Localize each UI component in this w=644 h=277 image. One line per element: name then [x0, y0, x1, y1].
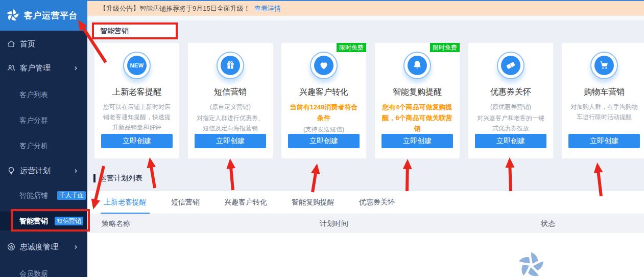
sidebar-item-home[interactable]: 首页: [0, 36, 87, 52]
new-badge-text: NEW: [130, 62, 144, 68]
card-highlight: 您有4个商品可做复购提醒，6个商品可做关联营销: [381, 102, 454, 134]
card-title: 上新老客提醒: [94, 87, 179, 98]
card-highlight: 当前有1249消费者符合条件: [288, 102, 360, 123]
gift-icon: [217, 52, 244, 79]
ticket-icon: [497, 52, 524, 79]
sidebar-item-customer-groups[interactable]: 客户分群: [19, 114, 48, 126]
card-subtitle: (原自定义营销): [194, 102, 267, 112]
plan-list-section-header: 运营计划列表: [93, 174, 142, 183]
sidebar-item-customer-list[interactable]: 客户列表: [19, 89, 48, 100]
sidebar-item-smart-marketing[interactable]: 智能营销 短信营销: [0, 212, 87, 230]
bulb-icon: [7, 166, 16, 175]
bell-icon: [403, 52, 431, 79]
create-now-button[interactable]: 立即创建: [195, 134, 266, 148]
card-subtitle: (原优惠券营销): [474, 102, 547, 112]
plan-table-header: 策略名称 计划时间 状态: [87, 214, 644, 233]
card-description: 对加购人群，在手淘购物车进行限时活动提醒: [568, 102, 640, 122]
sidebar-item-member-data[interactable]: 会员数据: [19, 268, 48, 277]
app-logo-header: 客户运营平台: [0, 0, 87, 31]
page-title: 智能营销: [100, 27, 129, 36]
heart-icon: [310, 52, 338, 79]
sidebar-item-loyalty-management[interactable]: 忠诚度管理: [0, 239, 87, 255]
plan-list-panel: 上新老客提醒 短信营销 兴趣客户转化 智能复购提醒 优惠券关怀 策略名称 计划时…: [87, 191, 644, 277]
create-now-button[interactable]: 立即创建: [475, 134, 546, 148]
column-status: 状态: [541, 214, 555, 233]
sidebar-item-label: 会员数据: [19, 269, 48, 277]
sidebar-item-label: 智能营销: [19, 217, 48, 226]
sidebar-item-badge: 千人千面: [57, 191, 86, 200]
marketing-cards-row: NEW 上新老客提醒 您可以在店铺上新时对店铺老客通知提醒，快速提升新品销量和好…: [94, 43, 644, 158]
star-circle-icon: [7, 242, 16, 251]
create-now-button[interactable]: 立即创建: [381, 134, 453, 148]
tab-coupon-care[interactable]: 优惠券关怀: [356, 191, 398, 214]
tab-sms-marketing[interactable]: 短信营销: [168, 191, 203, 214]
sidebar-item-label: 客户分群: [19, 116, 48, 124]
tab-repurchase-reminder[interactable]: 智能复购提醒: [289, 191, 338, 214]
sidebar-item-operation-plan[interactable]: 运营计划: [0, 163, 87, 179]
sidebar-item-smart-shop[interactable]: 智能店铺 千人千面: [19, 190, 86, 201]
create-now-button[interactable]: 立即创建: [568, 134, 640, 148]
sidebar: 客户运营平台 首页 客户管理 客户列表 客户分群 客户分析 运营计划 智能店铺 …: [0, 0, 87, 277]
chevron-right-icon: [73, 65, 79, 72]
card-title: 兴趣客户转化: [281, 87, 366, 98]
column-strategy-name: 策略名称: [102, 214, 130, 233]
create-now-button[interactable]: 立即创建: [288, 134, 360, 148]
sidebar-item-label: 首页: [20, 39, 35, 49]
users-icon: [7, 63, 16, 73]
page-title-annotation-box: 智能营销: [92, 22, 178, 39]
sidebar-item-label: 客户管理: [20, 63, 51, 73]
card-title: 智能复购提醒: [375, 87, 460, 98]
card-description: 对指定人群进行优惠券、短信及定向海报营销: [194, 113, 267, 133]
plan-tabs: 上新老客提醒 短信营销 兴趣客户转化 智能复购提醒 优惠券关怀: [87, 191, 644, 214]
sidebar-item-label: 智能店铺: [19, 191, 48, 199]
card-cart-marketing: 购物车营销 对加购人群，在手淘购物车进行限时活动提醒 立即创建: [562, 43, 644, 158]
sidebar-item-label: 运营计划: [20, 166, 51, 176]
loading-spinner: [516, 250, 546, 277]
tab-interest-customer-conversion[interactable]: 兴趣客户转化: [221, 191, 270, 214]
sidebar-item-label: 忠诚度管理: [20, 242, 58, 252]
main-content: 【升级公告】智能店铺推荐将于9月15日全面升级！ 查看详情 智能营销 NEW 上…: [87, 0, 644, 277]
notice-detail-link[interactable]: 查看详情: [254, 4, 281, 13]
section-title: 运营计划列表: [100, 174, 142, 183]
new-badge-icon: NEW: [123, 52, 151, 79]
card-sms-marketing: 短信营销 (原自定义营销) 对指定人群进行优惠券、短信及定向海报营销 立即创建: [188, 43, 273, 158]
card-title: 短信营销: [188, 87, 273, 98]
chevron-right-icon: [73, 168, 79, 174]
create-now-button[interactable]: 立即创建: [101, 134, 173, 148]
card-description: 对兴趣客户和老客的一键式优惠券投放: [474, 113, 547, 133]
sidebar-item-customer-analysis[interactable]: 客户分析: [19, 140, 48, 151]
section-accent-bar: [93, 174, 96, 182]
pinwheel-logo-icon: [6, 8, 20, 22]
card-coupon-care: 优惠券关怀 (原优惠券营销) 对兴趣客户和老客的一键式优惠券投放 立即创建: [468, 43, 553, 158]
notice-text: 【升级公告】智能店铺推荐将于9月15日全面升级！: [100, 4, 250, 13]
sidebar-item-customer-management[interactable]: 客户管理: [0, 60, 87, 76]
column-plan-time: 计划时间: [320, 214, 348, 233]
free-ribbon: 限时免费: [337, 43, 366, 52]
card-description: 您可以在店铺上新时对店铺老客通知提醒，快速提升新品销量和好评: [101, 102, 173, 132]
tab-new-arrival-reminder[interactable]: 上新老客提醒: [101, 191, 150, 214]
card-title: 优惠券关怀: [468, 87, 553, 98]
home-icon: [7, 39, 16, 49]
sidebar-item-label: 客户分析: [19, 142, 48, 150]
chevron-right-icon: [73, 244, 79, 250]
upgrade-notice-bar: 【升级公告】智能店铺推荐将于9月15日全面升级！ 查看详情: [87, 0, 644, 16]
sidebar-item-badge: 短信营销: [55, 217, 83, 225]
card-title: 购物车营销: [562, 87, 644, 98]
card-description: (支持发送短信): [288, 124, 360, 134]
card-repurchase-reminder: 限时免费 智能复购提醒 您有4个商品可做复购提醒，6个商品可做关联营销 立即创建: [375, 43, 460, 158]
free-ribbon: 限时免费: [430, 43, 460, 52]
sidebar-item-label: 客户列表: [19, 90, 48, 99]
notice-bottom-strip: [87, 16, 644, 20]
card-interest-customer-conversion: 限时免费 兴趣客户转化 当前有1249消费者符合条件 (支持发送短信) 立即创建: [281, 43, 366, 158]
cart-icon: [590, 52, 618, 79]
app-title: 客户运营平台: [24, 10, 78, 21]
card-new-arrival-reminder: NEW 上新老客提醒 您可以在店铺上新时对店铺老客通知提醒，快速提升新品销量和好…: [94, 43, 179, 158]
